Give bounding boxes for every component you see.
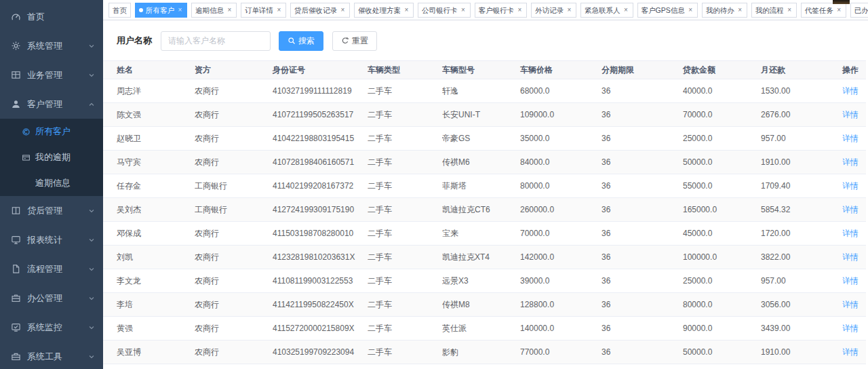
- close-icon[interactable]: ×: [340, 3, 346, 17]
- cell: 长安UNI-T: [442, 103, 520, 127]
- cell: 165000.0: [683, 198, 761, 222]
- cell: 详情: [842, 317, 866, 341]
- cell: 周志洋: [103, 79, 195, 103]
- cell: 36: [601, 127, 683, 151]
- cell: 68000.0: [520, 79, 601, 103]
- sidebar-item[interactable]: 首页: [0, 2, 103, 31]
- tab[interactable]: 首页: [108, 3, 131, 18]
- sidebar-item[interactable]: 报表统计: [0, 225, 103, 254]
- table-body: 周志洋农商行410327199111112819二手车轩逸68000.03640…: [103, 79, 866, 369]
- tab[interactable]: 逾期信息×: [191, 3, 237, 18]
- active-tab-dot: [139, 8, 143, 12]
- cell: 41152720000215809X: [273, 317, 368, 341]
- tab[interactable]: 代签任务×: [801, 3, 846, 18]
- cell: 农商行: [195, 222, 273, 246]
- detail-link[interactable]: 详情: [842, 157, 859, 167]
- close-icon[interactable]: ×: [737, 3, 743, 17]
- cell: 二手车: [368, 317, 442, 341]
- column-header: 操作: [842, 61, 866, 79]
- tab[interactable]: 我的流程×: [751, 3, 797, 18]
- close-icon[interactable]: ×: [623, 3, 629, 17]
- sidebar-subitem[interactable]: 逾期信息: [0, 170, 103, 196]
- cell: 中原银行: [195, 364, 273, 369]
- cell: 工商银行: [195, 198, 273, 222]
- cell: 36: [601, 341, 683, 364]
- table-row: 黄强农商行41152720000215809X二手车英仕派140000.0369…: [103, 317, 866, 341]
- sidebar-subitem[interactable]: 我的逾期: [0, 144, 103, 170]
- tab[interactable]: 所有客户×: [135, 3, 187, 18]
- detail-link[interactable]: 详情: [842, 300, 859, 309]
- detail-link[interactable]: 详情: [842, 181, 859, 191]
- cell: 2676.00: [761, 103, 842, 127]
- customer-name-input[interactable]: [161, 31, 271, 51]
- tab-label: 客户银行卡: [479, 3, 515, 17]
- cell: 140000.0: [520, 317, 601, 341]
- tab[interactable]: 客户GPS信息×: [637, 3, 698, 18]
- tab[interactable]: 公司银行卡×: [418, 3, 471, 18]
- close-icon[interactable]: ×: [460, 3, 467, 17]
- cell: 412724199309175190: [273, 198, 368, 222]
- close-icon[interactable]: ×: [517, 3, 523, 17]
- detail-link[interactable]: 详情: [842, 205, 859, 214]
- cell: 农商行: [195, 293, 273, 317]
- chevron-up-icon: [88, 101, 95, 108]
- detail-link[interactable]: 详情: [842, 324, 859, 333]
- cell: 农商行: [195, 79, 273, 103]
- sidebar-item[interactable]: 业务管理: [0, 60, 103, 90]
- sidebar-item[interactable]: 贷后管理: [0, 196, 103, 225]
- tab-label: 代签任务: [805, 3, 833, 17]
- detail-link[interactable]: 详情: [842, 86, 859, 96]
- detail-link[interactable]: 详情: [842, 110, 859, 119]
- sidebar-item[interactable]: 办公管理: [0, 284, 103, 313]
- cell: 吴亚博: [103, 341, 195, 364]
- tab[interactable]: 我的待办×: [702, 3, 747, 18]
- cell: [761, 364, 842, 369]
- tab-label: 所有客户: [146, 3, 174, 17]
- tab[interactable]: 紧急联系人×: [580, 3, 633, 18]
- close-icon[interactable]: ×: [276, 3, 282, 17]
- cell: 1530.00: [761, 79, 842, 103]
- sidebar-item-label: 我的逾期: [35, 151, 95, 163]
- cell: 详情: [842, 198, 866, 222]
- close-icon[interactable]: ×: [787, 3, 793, 17]
- detail-link[interactable]: 详情: [842, 347, 859, 357]
- tab-label: 公司银行卡: [422, 3, 458, 17]
- sidebar-item[interactable]: 系统管理: [0, 31, 103, 60]
- cell: 410422198803195415: [273, 127, 368, 151]
- sidebar-item[interactable]: 系统监控: [0, 313, 103, 342]
- tab[interactable]: 催收处理方案×: [354, 3, 414, 18]
- detail-link[interactable]: 详情: [842, 276, 859, 286]
- close-icon[interactable]: ×: [226, 3, 233, 17]
- cell: 李文龙: [103, 269, 195, 293]
- table-row-partial: 马明辉中原银行二手车探岳详情: [103, 364, 866, 369]
- close-icon[interactable]: ×: [177, 3, 183, 17]
- reset-button[interactable]: 重置: [332, 31, 377, 51]
- sidebar-item[interactable]: 系统工具: [0, 342, 103, 369]
- table-row: 周志洋农商行410327199111112819二手车轩逸68000.03640…: [103, 79, 866, 103]
- cell: 36: [601, 317, 683, 341]
- tab-label: 紧急联系人: [585, 3, 620, 17]
- cell: 957.00: [761, 127, 842, 151]
- cell: 农商行: [195, 341, 273, 364]
- refresh-icon: [341, 37, 349, 45]
- tab[interactable]: 客户银行卡×: [475, 3, 528, 18]
- sidebar-item[interactable]: 流程管理: [0, 254, 103, 284]
- tab[interactable]: 已办任务×: [850, 3, 868, 18]
- sidebar-item[interactable]: 客户管理: [0, 90, 103, 119]
- close-icon[interactable]: ×: [403, 3, 410, 17]
- cell: 黄强: [103, 317, 195, 341]
- close-icon[interactable]: ×: [836, 3, 842, 17]
- cell: 二手车: [368, 222, 442, 246]
- detail-link[interactable]: 详情: [842, 134, 859, 143]
- tab[interactable]: 贷后催收记录×: [290, 3, 350, 18]
- sidebar-subitem[interactable]: 所有客户: [0, 119, 103, 144]
- detail-link[interactable]: 详情: [842, 229, 859, 238]
- search-button[interactable]: 搜索: [279, 31, 323, 51]
- column-header: 贷款金额: [683, 61, 761, 79]
- tab[interactable]: 外访记录×: [531, 3, 576, 18]
- tab[interactable]: 订单详情×: [241, 3, 286, 18]
- close-icon[interactable]: ×: [688, 3, 694, 17]
- sidebar-item-label: 业务管理: [27, 69, 88, 81]
- close-icon[interactable]: ×: [566, 3, 572, 17]
- detail-link[interactable]: 详情: [842, 252, 859, 262]
